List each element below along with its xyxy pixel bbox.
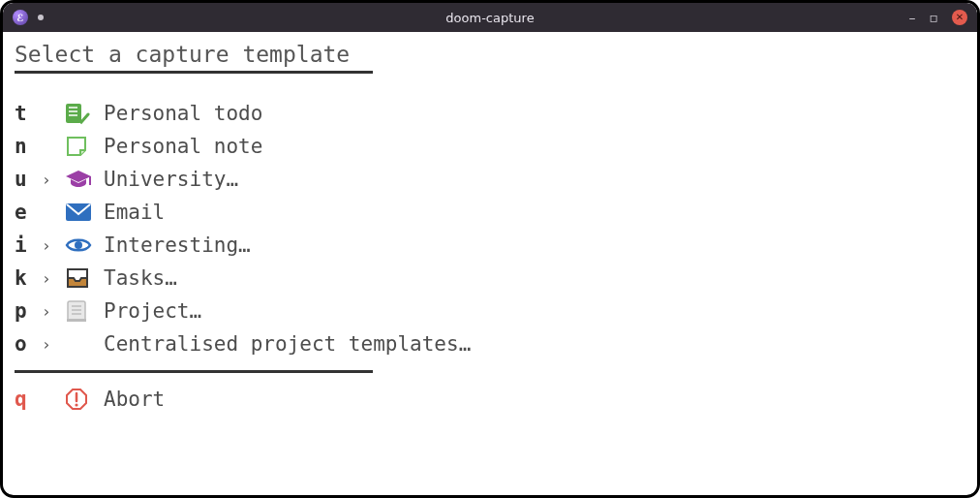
template-row-email[interactable]: e Email (15, 196, 965, 229)
label-interesting: Interesting… (104, 233, 251, 257)
abort-rule (15, 370, 373, 373)
chevron-right-icon: › (42, 302, 65, 321)
key-u: u (15, 168, 42, 191)
eye-icon (65, 236, 104, 254)
chevron-right-icon: › (42, 269, 65, 288)
template-row-project[interactable]: p › Project… (15, 295, 965, 327)
heading-rule (15, 71, 373, 74)
svg-point-6 (75, 241, 82, 249)
label-tasks: Tasks… (104, 266, 177, 290)
label-email: Email (104, 201, 165, 224)
key-p: p (15, 299, 42, 323)
template-row-todo[interactable]: t Personal todo (15, 97, 965, 130)
key-t: t (15, 102, 42, 125)
template-row-tasks[interactable]: k › Tasks… (15, 262, 965, 295)
emacs-app-icon: ℰ (13, 10, 28, 25)
envelope-icon (65, 202, 104, 222)
svg-point-14 (75, 403, 77, 406)
template-row-note[interactable]: n Personal note (15, 130, 965, 163)
label-abort: Abort (104, 388, 165, 411)
key-i: i (15, 233, 42, 257)
window-title: doom-capture (3, 11, 977, 25)
key-k: k (15, 266, 42, 290)
note-icon (65, 135, 104, 158)
svg-rect-11 (67, 319, 86, 322)
window-controls: – ▫ ✕ (909, 10, 968, 25)
abort-row[interactable]: q Abort (15, 383, 965, 416)
key-n: n (15, 135, 42, 158)
label-note: Personal note (104, 135, 262, 158)
svg-rect-7 (68, 301, 85, 321)
template-row-centralised[interactable]: o › Centralised project templates… (15, 327, 965, 360)
label-todo: Personal todo (104, 102, 262, 125)
inbox-icon (65, 266, 104, 290)
chevron-right-icon: › (42, 236, 65, 255)
key-e: e (15, 201, 42, 224)
chevron-right-icon: › (42, 335, 65, 354)
label-project: Project… (104, 299, 201, 323)
modified-dot-icon (38, 15, 44, 20)
label-university: University… (104, 168, 238, 191)
graduation-icon (65, 169, 104, 190)
abort-icon (65, 388, 104, 411)
heading: Select a capture template (15, 42, 965, 67)
key-o: o (15, 332, 42, 356)
label-centralised: Centralised project templates… (104, 332, 471, 356)
capture-content: Select a capture template t Personal tod… (3, 32, 977, 427)
titlebar: ℰ doom-capture – ▫ ✕ (3, 3, 977, 32)
template-row-interesting[interactable]: i › Interesting… (15, 229, 965, 262)
chevron-right-icon: › (42, 171, 65, 189)
key-q: q (15, 388, 42, 411)
maximize-button[interactable]: ▫ (930, 11, 939, 24)
close-button[interactable]: ✕ (952, 10, 967, 25)
minimize-button[interactable]: – (909, 11, 916, 24)
template-row-university[interactable]: u › University… (15, 163, 965, 196)
project-icon (65, 299, 104, 323)
titlebar-left: ℰ (13, 10, 44, 25)
todo-check-icon (65, 102, 104, 125)
